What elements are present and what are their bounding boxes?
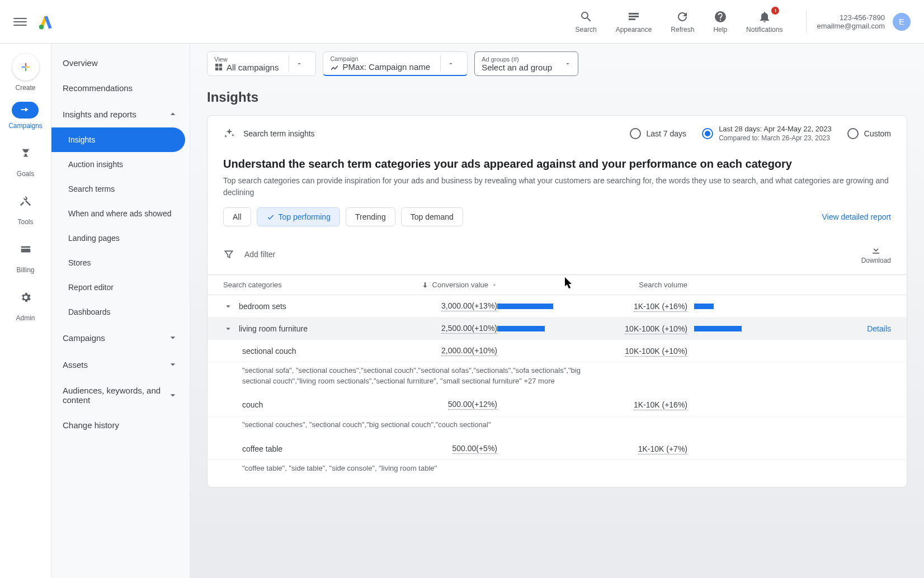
sidebar-item-insights[interactable]: Insights bbox=[51, 127, 185, 152]
row-search-volume: 10K-100K (+10%) bbox=[625, 324, 687, 334]
bell-icon bbox=[758, 10, 771, 23]
chevron-down-icon bbox=[167, 390, 178, 401]
rail-create-label: Create bbox=[15, 84, 35, 92]
row-category: coffee table bbox=[242, 444, 282, 453]
avatar[interactable]: E bbox=[893, 13, 911, 31]
view-detailed-report-link[interactable]: View detailed report bbox=[822, 212, 891, 221]
hamburger-menu-icon[interactable] bbox=[13, 15, 27, 29]
add-filter-button[interactable]: Add filter bbox=[244, 250, 861, 259]
sidebar-item-auction[interactable]: Auction insights bbox=[51, 152, 190, 177]
rail-goals-label: Goals bbox=[17, 170, 34, 178]
date-range-custom[interactable]: Custom bbox=[847, 128, 891, 139]
sidebar-item-audiences[interactable]: Audiences, keywords, and content bbox=[51, 378, 190, 413]
table-row[interactable]: bedroom sets 3,000.00(+13%) 1K-10K (+16%… bbox=[208, 295, 907, 318]
chip-top-demand[interactable]: Top demand bbox=[401, 207, 463, 226]
scope-adgroup-selector[interactable]: Ad groups (#) Select an ad group bbox=[474, 51, 578, 76]
chip-trending-label: Trending bbox=[355, 212, 386, 221]
search-volume-bar bbox=[694, 326, 742, 331]
chevron-down-icon[interactable] bbox=[223, 301, 233, 311]
sidebar-item-report-editor[interactable]: Report editor bbox=[51, 275, 190, 300]
chip-top-performing-label: Top performing bbox=[279, 212, 331, 221]
row-search-volume: 1K-10K (+16%) bbox=[634, 302, 687, 312]
header-refresh-button[interactable]: Refresh bbox=[671, 10, 694, 34]
account-info: 123-456-7890 emailme@gmail.com bbox=[817, 13, 885, 30]
rail-billing-button[interactable]: Billing bbox=[12, 236, 39, 274]
search-volume-bar bbox=[694, 304, 714, 309]
sidebar-report-editor-label: Report editor bbox=[68, 283, 114, 292]
sidebar-campaigns-label: Campaigns bbox=[63, 333, 105, 343]
radio-off-icon bbox=[630, 128, 641, 139]
sidebar-item-dashboards[interactable]: Dashboards bbox=[51, 300, 190, 324]
conversion-bar bbox=[497, 326, 545, 331]
date-compared-label: Compared to: March 26-Apr 23, 2023 bbox=[719, 134, 832, 143]
download-button[interactable]: Download bbox=[861, 244, 891, 264]
header-appearance-button[interactable]: Appearance bbox=[616, 10, 652, 34]
sidebar-item-when-where[interactable]: When and where ads showed bbox=[51, 201, 190, 226]
rail-admin-button[interactable]: Admin bbox=[12, 284, 39, 322]
row-category: living room furniture bbox=[239, 324, 308, 333]
row-conversion-value: 2,500.00(+10%) bbox=[441, 324, 497, 334]
sidebar-item-change-history[interactable]: Change history bbox=[51, 413, 190, 438]
sidebar-dashboards-label: Dashboards bbox=[68, 307, 111, 316]
caret-down-icon bbox=[447, 60, 454, 67]
header-help-button[interactable]: Help bbox=[713, 10, 727, 34]
sidebar-item-recommendations[interactable]: Recommendations bbox=[51, 75, 190, 101]
chip-top-performing[interactable]: Top performing bbox=[257, 207, 340, 226]
table-row[interactable]: coffee table 500.00(+5%) 1K-10K (+7%) bbox=[208, 438, 907, 460]
date-last28-label: Last 28 days: Apr 24-May 22, 2023 bbox=[719, 125, 832, 134]
chevron-down-icon bbox=[167, 359, 178, 370]
sidebar-item-landing[interactable]: Landing pages bbox=[51, 226, 190, 250]
row-search-terms: "coffee table", "side table", "side cons… bbox=[208, 460, 599, 481]
main-content: View All campaigns Campaign PMax: Campai… bbox=[190, 44, 924, 578]
sidebar-item-insights-reports[interactable]: Insights and reports bbox=[51, 101, 190, 127]
row-search-volume: 10K-100K (+10%) bbox=[625, 347, 687, 357]
sidebar-landing-label: Landing pages bbox=[68, 234, 120, 243]
scope-view-label: View bbox=[214, 56, 279, 63]
insights-card: Search term insights Last 7 days Last 28… bbox=[207, 115, 907, 487]
row-conversion-value: 500.00(+12%) bbox=[448, 400, 497, 410]
sidebar-overview-label: Overview bbox=[63, 58, 98, 68]
row-details-link[interactable]: Details bbox=[867, 324, 891, 333]
account-id: 123-456-7890 bbox=[817, 13, 885, 22]
sidebar-stores-label: Stores bbox=[68, 258, 91, 267]
row-category: sectional couch bbox=[242, 347, 296, 356]
table-row[interactable]: sectional couch 2,000.00(+10%) 10K-100K … bbox=[208, 340, 907, 362]
rail-tools-button[interactable]: Tools bbox=[12, 188, 39, 226]
card-top-label: Search term insights bbox=[243, 129, 622, 138]
google-ads-logo bbox=[37, 13, 55, 31]
scope-campaign-selector[interactable]: Campaign PMax: Campaign name bbox=[323, 51, 468, 76]
date-range-last7[interactable]: Last 7 days bbox=[630, 128, 687, 139]
filter-icon[interactable] bbox=[223, 249, 234, 260]
grid-icon bbox=[214, 63, 223, 72]
rail-admin-label: Admin bbox=[16, 314, 35, 322]
table-row[interactable]: couch 500.00(+12%) 1K-10K (+16%) bbox=[208, 394, 907, 416]
rail-create-button[interactable]: Create bbox=[12, 54, 39, 92]
date-range-last28[interactable]: Last 28 days: Apr 24-May 22, 2023 Compar… bbox=[702, 125, 832, 143]
sidebar-item-campaigns[interactable]: Campaigns bbox=[51, 324, 190, 351]
sidebar-item-assets[interactable]: Assets bbox=[51, 351, 190, 378]
col-header-conversion[interactable]: Conversion value bbox=[380, 281, 497, 289]
page-title: Insights bbox=[207, 89, 907, 105]
sidebar-item-overview[interactable]: Overview bbox=[51, 50, 190, 75]
col-header-categories[interactable]: Search categories bbox=[223, 281, 380, 289]
table-row[interactable]: living room furniture 2,500.00(+10%) 10K… bbox=[208, 318, 907, 340]
col-header-conversion-label: Conversion value bbox=[432, 281, 488, 289]
row-search-terms: "sectional couches", "sectional couch","… bbox=[208, 416, 599, 438]
sidebar-change-history-label: Change history bbox=[63, 420, 119, 430]
header-help-label: Help bbox=[713, 26, 727, 34]
chip-all[interactable]: All bbox=[223, 207, 251, 226]
chevron-down-icon[interactable] bbox=[223, 324, 233, 334]
header-notifications-button[interactable]: ! Notifications bbox=[746, 10, 782, 34]
header-search-button[interactable]: Search bbox=[576, 10, 597, 34]
scope-adgroup-label: Ad groups (#) bbox=[482, 56, 552, 63]
header-divider bbox=[806, 11, 807, 33]
svg-point-0 bbox=[39, 25, 44, 30]
col-header-search-volume[interactable]: Search volume bbox=[592, 281, 687, 289]
sidebar-item-search-terms[interactable]: Search terms bbox=[51, 177, 190, 201]
rail-campaigns-button[interactable]: Campaigns bbox=[8, 102, 43, 130]
scope-view-selector[interactable]: View All campaigns bbox=[207, 51, 316, 76]
rail-goals-button[interactable]: Goals bbox=[12, 140, 39, 178]
sidebar-item-stores[interactable]: Stores bbox=[51, 250, 190, 275]
table-header: Search categories Conversion value Searc… bbox=[208, 275, 907, 295]
chip-trending[interactable]: Trending bbox=[346, 207, 395, 226]
